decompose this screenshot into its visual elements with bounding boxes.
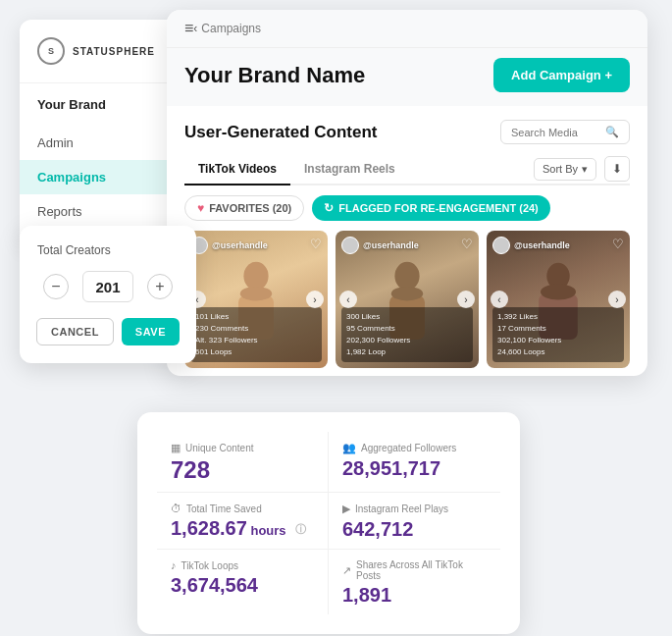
stat-shares-value: 1,891 <box>342 585 487 605</box>
video-next-1[interactable]: › <box>306 291 324 308</box>
video-stats-1: 101 Likes230 CommentsAlt. 323 Followers6… <box>190 307 322 362</box>
video-top-2: @userhandle ♡ <box>341 237 473 254</box>
refresh-icon: ↻ <box>324 201 334 215</box>
sort-by-label: Sort By <box>543 163 578 175</box>
heart-icon-3: ♡ <box>612 237 624 251</box>
breadcrumb-text: Campaigns <box>201 22 261 35</box>
tabs-row: TikTok Videos Instagram Reels Sort By ▾ … <box>184 154 630 186</box>
video-stats-3: 1,392 Likes17 Comments302,100 Followers2… <box>492 307 624 362</box>
video-stats-2: 300 Likes95 Comments202,300 Followers1,9… <box>341 307 473 362</box>
logo-text: STATUSPHERE <box>73 46 155 57</box>
clock-icon: ⏱ <box>171 503 181 514</box>
video-thumb-2[interactable]: @userhandle ♡ 300 Likes95 Comments202,30… <box>336 231 479 368</box>
stat-unique-content-value: 728 <box>171 458 314 482</box>
heart-icon-1: ♡ <box>310 237 322 251</box>
download-button[interactable]: ⬇ <box>604 156 630 182</box>
stat-instagram-reel-plays-label: ▶ Instagram Reel Plays <box>342 503 487 515</box>
heart-icon: ♥ <box>197 201 204 215</box>
brand-title-row: Your Brand Name Add Campaign + <box>167 48 647 106</box>
topbar: ≡ ‹ Campaigns <box>167 10 647 48</box>
cancel-button[interactable]: CANCEL <box>36 318 114 345</box>
creators-stepper: − 201 + <box>37 271 179 302</box>
video-handle-2: @userhandle <box>363 240 419 250</box>
stat-aggregated-followers-value: 28,951,717 <box>342 458 487 478</box>
breadcrumb-back-icon[interactable]: ‹ <box>193 22 197 35</box>
video-top-1: @userhandle ♡ <box>190 237 322 254</box>
stat-time-saved-label: ⏱ Total Time Saved <box>171 503 314 514</box>
flagged-pill[interactable]: ↻ FLAGGED FOR RE-ENGAGEMENT (24) <box>312 195 550 221</box>
stat-time-saved-value: 1,628.67 hours ⓘ <box>171 518 314 538</box>
video-user-3: @userhandle <box>492 237 570 254</box>
video-next-2[interactable]: › <box>457 291 475 308</box>
ugc-section: User-Generated Content 🔍 TikTok Videos I… <box>167 106 647 376</box>
tab-instagram-reels[interactable]: Instagram Reels <box>290 154 409 186</box>
logo-icon: S <box>37 37 65 65</box>
search-icon: 🔍 <box>605 126 619 138</box>
video-grid: @userhandle ♡ 101 Likes230 CommentsAlt. … <box>184 231 630 376</box>
main-card: ≡ ‹ Campaigns Your Brand Name Add Campai… <box>167 10 647 376</box>
sidebar-item-reports-label: Reports <box>37 204 82 219</box>
breadcrumb: ‹ Campaigns <box>193 22 261 35</box>
heart-icon-2: ♡ <box>461 237 473 251</box>
stat-shares: ↗ Shares Across All TikTok Posts 1,891 <box>329 550 500 614</box>
info-icon: ⓘ <box>295 523 306 535</box>
stepper-decrement-button[interactable]: − <box>43 274 69 299</box>
avatar-3 <box>492 237 510 254</box>
stat-aggregated-followers: 👥 Aggregated Followers 28,951,717 <box>329 432 500 493</box>
sort-by-dropdown[interactable]: Sort By ▾ <box>534 158 596 181</box>
tab-controls: Sort By ▾ ⬇ <box>534 156 630 182</box>
video-handle-1: @userhandle <box>212 240 268 250</box>
stepper-increment-button[interactable]: + <box>147 274 173 299</box>
video-next-3[interactable]: › <box>608 291 626 308</box>
tiktok-icon: ♪ <box>171 559 177 571</box>
stat-tiktok-loops-value: 3,674,564 <box>171 575 314 595</box>
creators-popup-title: Total Creators <box>37 243 179 257</box>
stat-instagram-reel-plays-value: 642,712 <box>342 519 487 539</box>
avatar-2 <box>341 237 359 254</box>
chevron-down-icon: ▾ <box>582 163 588 176</box>
video-user-1: @userhandle <box>190 237 268 254</box>
people-icon: 👥 <box>342 442 356 454</box>
stat-unique-content: ▦ Unique Content 728 <box>157 432 329 493</box>
video-thumb-3[interactable]: @userhandle ♡ 1,392 Likes17 Comments302,… <box>487 231 630 368</box>
save-button[interactable]: SAVE <box>122 318 180 345</box>
filter-pills: ♥ FAVORITES (20) ↻ FLAGGED FOR RE-ENGAGE… <box>184 195 630 221</box>
stat-tiktok-loops-label: ♪ TikTok Loops <box>171 559 314 571</box>
stepper-value: 201 <box>82 271 133 302</box>
video-prev-3[interactable]: ‹ <box>491 291 508 308</box>
video-top-3: @userhandle ♡ <box>492 237 624 254</box>
favorites-pill[interactable]: ♥ FAVORITES (20) <box>184 195 304 221</box>
creators-actions: CANCEL SAVE <box>37 318 179 345</box>
ugc-title: User-Generated Content <box>184 123 377 142</box>
video-user-2: @userhandle <box>341 237 419 254</box>
share-icon: ↗ <box>342 564 351 577</box>
stats-grid: ▦ Unique Content 728 👥 Aggregated Follow… <box>157 432 500 614</box>
stat-aggregated-followers-label: 👥 Aggregated Followers <box>342 442 487 454</box>
stat-tiktok-loops: ♪ TikTok Loops 3,674,564 <box>157 550 329 614</box>
tab-tiktok-videos[interactable]: TikTok Videos <box>184 154 290 186</box>
video-handle-3: @userhandle <box>514 240 570 250</box>
stat-unique-content-label: ▦ Unique Content <box>171 442 314 454</box>
hamburger-icon[interactable]: ≡ <box>184 20 193 37</box>
grid-icon: ▦ <box>171 442 181 454</box>
stat-instagram-reel-plays: ▶ Instagram Reel Plays 642,712 <box>329 493 500 550</box>
stat-time-saved: ⏱ Total Time Saved 1,628.67 hours ⓘ <box>157 493 329 550</box>
sidebar-item-admin-label: Admin <box>37 135 74 150</box>
brand-title: Your Brand Name <box>184 63 365 88</box>
video-thumb-1[interactable]: @userhandle ♡ 101 Likes230 CommentsAlt. … <box>184 231 328 368</box>
flagged-label: FLAGGED FOR RE-ENGAGEMENT (24) <box>338 202 539 214</box>
search-bar: 🔍 <box>500 120 630 144</box>
add-campaign-button[interactable]: Add Campaign + <box>493 58 630 92</box>
stat-shares-label: ↗ Shares Across All TikTok Posts <box>342 559 487 581</box>
video-prev-2[interactable]: ‹ <box>339 291 357 308</box>
play-icon: ▶ <box>342 503 350 515</box>
favorites-label: FAVORITES (20) <box>209 202 291 214</box>
sidebar-item-campaigns-label: Campaigns <box>37 170 106 185</box>
search-input[interactable] <box>511 127 599 138</box>
ugc-header: User-Generated Content 🔍 <box>184 120 630 144</box>
tabs: TikTok Videos Instagram Reels <box>184 154 409 184</box>
total-creators-popup: Total Creators − 201 + CANCEL SAVE <box>20 226 196 363</box>
stats-card: ▦ Unique Content 728 👥 Aggregated Follow… <box>137 412 520 634</box>
